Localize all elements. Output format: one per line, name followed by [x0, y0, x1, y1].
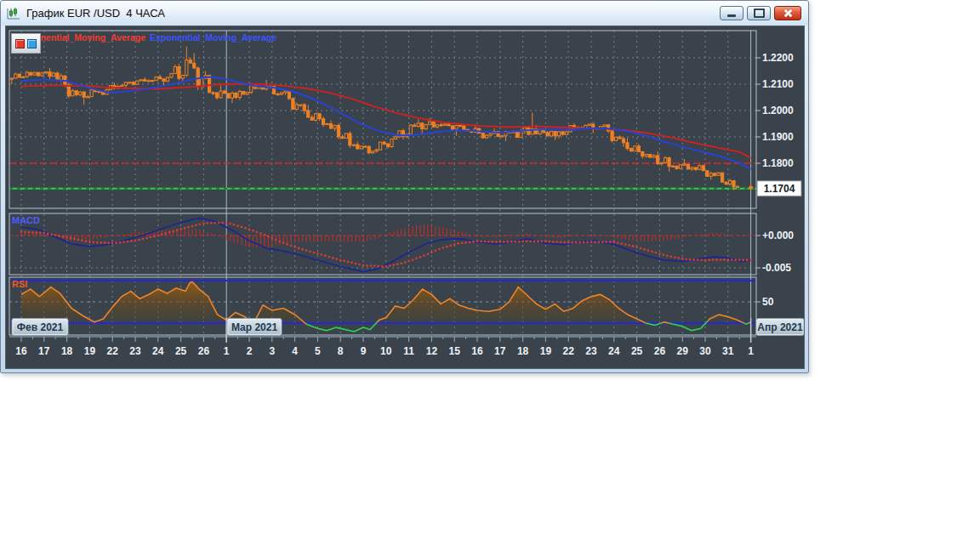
month-button-apr-2021[interactable]: Апр 2021: [756, 319, 804, 336]
svg-text:50: 50: [762, 296, 774, 308]
date-tick-label: 19: [84, 345, 96, 357]
chart-area: 1.22001.21001.20001.19001.18001.1704+0.0…: [5, 26, 805, 369]
date-tick-label: 10: [380, 345, 392, 357]
svg-text:Фев 2021: Фев 2021: [17, 321, 64, 333]
date-tick-label: 9: [361, 345, 367, 357]
grid: [9, 31, 756, 335]
date-tick-label: 23: [129, 345, 141, 357]
ema-blue-swatch-button[interactable]: [27, 39, 37, 48]
ema-legend-label-blue: Exponential_Moving_Average: [150, 32, 276, 43]
price-panel-plot[interactable]: [9, 31, 756, 208]
date-tick-label: 8: [338, 345, 344, 357]
date-tick-label: 12: [426, 345, 438, 357]
svg-text:1.1900: 1.1900: [762, 131, 794, 143]
ema-slow-line: [21, 83, 751, 157]
rsi-label: RSI: [12, 279, 27, 289]
legend-swatch-box: [11, 33, 41, 54]
date-tick-label: 30: [699, 345, 711, 357]
date-tick-label: 18: [61, 345, 73, 357]
window-controls: [720, 6, 803, 20]
svg-text:Мар 2021: Мар 2021: [231, 321, 278, 333]
svg-text:1.2000: 1.2000: [762, 105, 794, 116]
date-tick-label: 25: [175, 345, 187, 357]
window-title: График EUR /USD 4 ЧАСА: [26, 7, 165, 20]
date-tick-label: 24: [608, 345, 620, 357]
svg-text:1.2200: 1.2200: [762, 52, 794, 64]
svg-text:1.1704: 1.1704: [764, 183, 795, 195]
date-tick-label: 3: [269, 345, 275, 357]
minimize-button[interactable]: [720, 6, 744, 20]
candles: [10, 47, 752, 190]
date-tick-label: 5: [315, 345, 321, 357]
date-tick-label: 22: [563, 345, 575, 357]
indicator-axes: +0.000-0.00550: [756, 230, 794, 308]
chart-canvas[interactable]: 1.22001.21001.20001.19001.18001.1704+0.0…: [6, 26, 804, 368]
date-tick-label: 2: [247, 345, 253, 357]
date-tick-label: 31: [722, 345, 734, 357]
date-tick-label: 4: [292, 345, 298, 357]
ema-red-swatch-button[interactable]: [15, 39, 25, 48]
date-tick-label: 19: [540, 345, 552, 357]
price-axis: 1.22001.21001.20001.19001.1800: [756, 52, 794, 169]
month-button-mar-2021[interactable]: Мар 2021: [227, 319, 282, 336]
date-tick-label: 11: [403, 345, 414, 357]
chart-window: График EUR /USD 4 ЧАСА 1.22001.21001.200…: [0, 0, 809, 373]
date-tick-label: 17: [494, 345, 506, 357]
macd-label: MACD: [12, 215, 40, 225]
svg-text:1.1800: 1.1800: [762, 157, 794, 169]
minimize-icon: [727, 14, 736, 17]
maximize-icon: [754, 9, 765, 18]
svg-text:Апр 2021: Апр 2021: [757, 321, 803, 333]
candlestick-chart-icon: [6, 7, 21, 20]
indicator-legend: Exponential_Moving_AverageExponential_Mo…: [19, 32, 276, 43]
maximize-button[interactable]: [747, 6, 771, 20]
rsi-panel: [9, 281, 756, 334]
macd-panel: [9, 219, 756, 272]
date-tick-label: 15: [449, 345, 461, 357]
close-button[interactable]: [774, 6, 801, 20]
svg-text:+0.000: +0.000: [762, 230, 794, 241]
date-tick-label: 29: [677, 345, 689, 357]
panel-borders: [9, 31, 756, 335]
close-icon: [783, 9, 793, 18]
date-tick-label: 1: [224, 345, 230, 357]
date-tick-label: 26: [198, 345, 210, 357]
date-tick-label: 25: [631, 345, 643, 357]
date-tick-label: 24: [152, 345, 164, 357]
svg-text:1.2100: 1.2100: [762, 78, 794, 90]
titlebar[interactable]: График EUR /USD 4 ЧАСА: [1, 1, 808, 26]
date-tick-label: 18: [517, 345, 529, 357]
date-tick-label: 17: [38, 345, 50, 357]
date-tick-label: 26: [654, 345, 666, 357]
date-tick-label: 23: [585, 345, 597, 357]
date-tick-label: 1: [748, 345, 754, 357]
current-price-box: 1.1704: [757, 181, 801, 196]
date-tick-label: 22: [107, 345, 119, 357]
date-tick-label: 16: [471, 345, 483, 357]
svg-text:-0.005: -0.005: [762, 262, 791, 274]
date-tick-label: 16: [15, 345, 27, 357]
month-button-feb-2021[interactable]: Фев 2021: [12, 319, 68, 336]
price-level-lines: [9, 163, 756, 189]
